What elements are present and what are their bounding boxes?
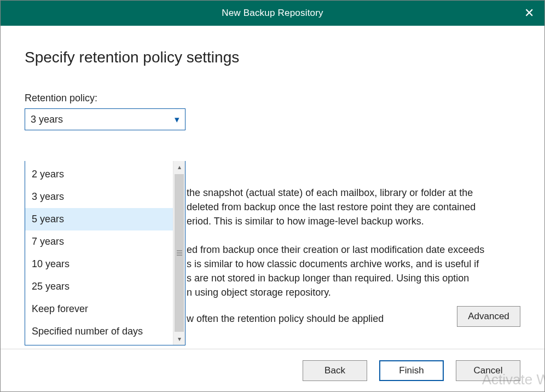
dropdown-option[interactable]: 3 years	[25, 186, 173, 208]
dropdown-option[interactable]: 10 years	[25, 253, 173, 275]
dropdown-option[interactable]: Keep forever	[25, 298, 173, 320]
description-item-level: ed from backup once their creation or la…	[187, 243, 484, 299]
description-snapshot: the snapshot (actual state) of each mail…	[187, 186, 476, 228]
dialog-content: Specify retention policy settings Retent…	[1, 26, 544, 349]
description-schedule: w often the retention policy should be a…	[187, 312, 444, 326]
dropdown-option[interactable]: Specified number of days	[25, 320, 173, 343]
retention-policy-dropdown: 2 years 3 years 5 years 7 years 10 years…	[25, 161, 185, 345]
scroll-track[interactable]	[173, 173, 185, 333]
retention-policy-select[interactable]: 3 years ▾	[25, 108, 185, 130]
retention-policy-label: Retention policy:	[25, 93, 520, 104]
page-heading: Specify retention policy settings	[25, 49, 520, 66]
finish-button[interactable]: Finish	[379, 360, 444, 381]
close-button[interactable]: ✕	[514, 1, 544, 26]
dropdown-option[interactable]: 2 years	[25, 163, 173, 186]
window-title: New Backup Repository	[222, 8, 323, 19]
scroll-up-icon[interactable]: ▴	[173, 161, 185, 173]
cancel-button[interactable]: Cancel	[456, 360, 520, 381]
retention-policy-value: 3 years	[31, 114, 63, 125]
scroll-thumb[interactable]	[175, 174, 184, 332]
close-icon: ✕	[524, 7, 534, 19]
dialog-footer: Back Finish Cancel Activate W	[1, 349, 544, 391]
dialog-new-backup-repository: New Backup Repository ✕ Specify retentio…	[0, 0, 545, 392]
dropdown-option[interactable]: 25 years	[25, 275, 173, 298]
back-button[interactable]: Back	[303, 360, 367, 381]
chevron-down-icon: ▾	[175, 114, 179, 125]
titlebar: New Backup Repository ✕	[1, 1, 544, 26]
dropdown-scrollbar[interactable]: ▴ ▾	[173, 161, 185, 345]
dropdown-list: 2 years 3 years 5 years 7 years 10 years…	[25, 161, 173, 345]
advanced-button[interactable]: Advanced	[457, 306, 520, 327]
dropdown-option[interactable]: 5 years	[25, 208, 173, 230]
scroll-down-icon[interactable]: ▾	[173, 333, 185, 345]
dropdown-option[interactable]: 7 years	[25, 230, 173, 253]
